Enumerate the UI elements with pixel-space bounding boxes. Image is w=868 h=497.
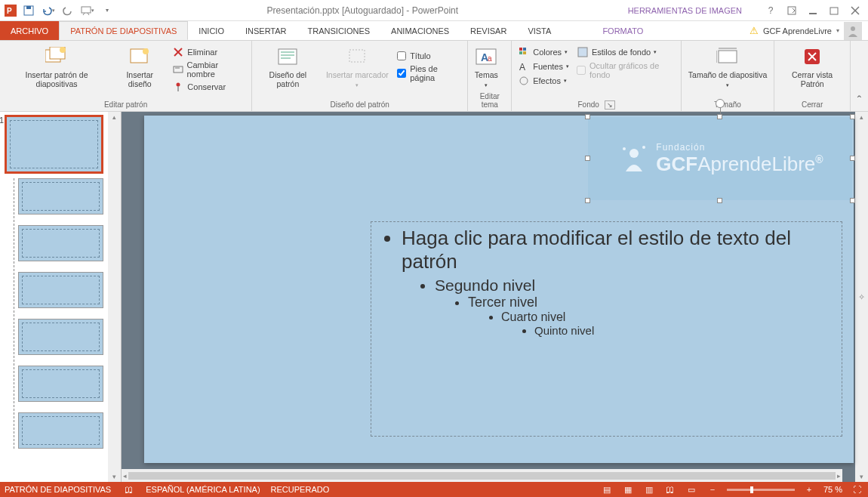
tab-patron-diapositivas[interactable]: PATRÓN DE DIAPOSITIVAS: [59, 21, 188, 40]
tab-animaciones[interactable]: ANIMACIONES: [380, 21, 460, 40]
zoom-level[interactable]: 75 %: [823, 485, 842, 494]
group-cerrar: Cerrar vista Patrón Cerrar: [774, 41, 851, 111]
svg-rect-34: [519, 51, 522, 54]
chevron-down-icon: ▾: [836, 27, 839, 34]
svg-text:a: a: [488, 54, 492, 63]
logo-graphic-icon: [617, 141, 651, 176]
slide-canvas[interactable]: Fundación GCFAprendeLibre® Haga clic par…: [144, 116, 854, 463]
cambiar-nombre-button[interactable]: Cambiar nombre: [169, 60, 248, 79]
vertical-scrollbar[interactable]: ▴✧▾: [855, 112, 868, 482]
slide-thumbnails-panel: 1 ▴▾: [0, 112, 122, 482]
workspace: 1 ▴▾: [0, 112, 868, 482]
close-button[interactable]: [845, 2, 865, 19]
sorter-view-icon[interactable]: ▥: [642, 485, 656, 495]
titulo-checkbox[interactable]: Título: [394, 50, 464, 62]
slide-master-icon: [45, 45, 69, 69]
fit-to-window-button[interactable]: ⛶: [850, 485, 863, 494]
tab-revisar[interactable]: REVISAR: [460, 21, 517, 40]
tamano-diapositiva-button[interactable]: Tamaño de diapositiva ▾: [685, 42, 771, 91]
maximize-button[interactable]: [824, 2, 844, 19]
insertar-patron-button[interactable]: Insertar patrón de diapositivas: [3, 42, 110, 91]
svg-point-22: [177, 83, 180, 87]
group-fondo: Colores ▾ AFuentes ▾ Efectos ▾ Estilos d…: [512, 41, 682, 111]
fuentes-button[interactable]: AFuentes ▾: [515, 60, 572, 73]
insertar-diseno-button[interactable]: Insertar diseño: [112, 42, 168, 91]
zoom-in-button[interactable]: +: [802, 485, 816, 494]
pies-checkbox[interactable]: Pies de página: [394, 63, 464, 84]
svg-rect-39: [719, 51, 737, 63]
spellcheck-icon[interactable]: 🕮: [122, 485, 135, 494]
svg-rect-38: [578, 48, 587, 57]
estilos-fondo-button[interactable]: Estilos de fondo ▾: [574, 45, 678, 59]
insertar-marcador-button[interactable]: Insertar marcador ▾: [322, 42, 393, 91]
language-label[interactable]: ESPAÑOL (AMÉRICA LATINA): [146, 485, 260, 494]
svg-text:A: A: [519, 62, 525, 72]
ocultar-graficos-checkbox[interactable]: Ocultar gráficos de fondo: [574, 60, 678, 81]
rotation-handle[interactable]: [716, 99, 725, 108]
group-diseno-patron: Diseño del patrón Insertar marcador ▾ Tí…: [252, 41, 468, 111]
normal-view-icon[interactable]: ▦: [621, 485, 635, 495]
zoom-slider[interactable]: [727, 489, 795, 491]
contextual-tab-label: HERRAMIENTAS DE IMAGEN: [609, 6, 761, 15]
svg-point-15: [60, 47, 66, 53]
slide-layout-icon: [128, 45, 152, 69]
svg-rect-32: [519, 48, 522, 51]
app-icon: P: [3, 3, 18, 18]
recovered-label[interactable]: RECUPERADO: [271, 485, 330, 494]
slideshow-view-icon[interactable]: ▭: [685, 485, 698, 495]
svg-text:P: P: [7, 7, 12, 15]
minimize-button[interactable]: [803, 2, 823, 19]
logo-text-main: GCFAprendeLibre®: [656, 153, 823, 176]
horizontal-scrollbar[interactable]: ◂▸: [122, 469, 842, 482]
eliminar-button[interactable]: Eliminar: [169, 45, 248, 59]
undo-button[interactable]: ▾: [39, 2, 57, 20]
ribbon-display-button[interactable]: [782, 2, 802, 19]
selected-image-object[interactable]: Fundación GCFAprendeLibre®: [588, 117, 852, 200]
diseno-patron-button[interactable]: Diseño del patrón: [255, 42, 320, 91]
qat-customize-button[interactable]: ▾: [98, 2, 116, 20]
save-button[interactable]: [20, 2, 38, 20]
collapse-ribbon-button[interactable]: ˆ: [851, 41, 868, 111]
redo-button[interactable]: [59, 2, 77, 20]
cerrar-vista-patron-button[interactable]: Cerrar vista Patrón: [777, 42, 847, 91]
conservar-button[interactable]: Conservar: [169, 80, 248, 94]
temas-button[interactable]: Aa Temas▾: [471, 42, 501, 91]
tab-formato[interactable]: FORMATO: [592, 21, 654, 40]
user-account[interactable]: ⚠ GCF AprendeLivre ▾: [749, 21, 868, 40]
layout-thumbnail[interactable]: [18, 178, 103, 215]
svg-point-17: [143, 48, 149, 54]
layout-thumbnail[interactable]: [18, 412, 103, 449]
layout-thumbnail[interactable]: [18, 366, 103, 402]
colores-button[interactable]: Colores ▾: [515, 45, 572, 59]
title-bar: P ▾ ▾ ▾ Presentación.pptx [Autoguardado]…: [0, 0, 868, 21]
layout-thumbnail[interactable]: [18, 225, 103, 261]
master-slide-thumbnail[interactable]: 1: [5, 115, 103, 174]
svg-point-47: [642, 146, 645, 149]
thumbnails-scrollbar[interactable]: ▴▾: [108, 112, 121, 482]
help-button[interactable]: ?: [761, 2, 780, 19]
comments-icon[interactable]: ▤: [600, 485, 614, 495]
ribbon-tabs: ARCHIVO PATRÓN DE DIAPOSITIVAS INICIO IN…: [0, 21, 868, 41]
zoom-out-button[interactable]: −: [706, 485, 719, 494]
tab-transiciones[interactable]: TRANSICIONES: [297, 21, 381, 40]
ribbon: Insertar patrón de diapositivas Insertar…: [0, 41, 868, 112]
svg-point-46: [623, 147, 626, 150]
group-editar-patron: Insertar patrón de diapositivas Insertar…: [0, 41, 252, 111]
placeholder-level-5: Quinto nivel: [534, 324, 828, 337]
start-slideshow-button[interactable]: ▾: [78, 2, 97, 20]
svg-rect-28: [349, 50, 365, 62]
tab-archivo[interactable]: ARCHIVO: [0, 21, 59, 40]
tab-vista[interactable]: VISTA: [517, 21, 562, 40]
placeholder-icon: [345, 45, 369, 69]
dialog-launcher-icon[interactable]: ↘: [605, 100, 615, 110]
svg-rect-9: [830, 8, 838, 14]
content-placeholder[interactable]: Haga clic para modificar el estilo de te…: [371, 221, 842, 437]
tab-inicio[interactable]: INICIO: [188, 21, 235, 40]
tab-insertar[interactable]: INSERTAR: [235, 21, 297, 40]
slide-canvas-area: Fundación GCFAprendeLibre® Haga clic par…: [122, 112, 868, 482]
efectos-button[interactable]: Efectos ▾: [515, 74, 572, 88]
layout-thumbnail[interactable]: [18, 319, 103, 355]
logo-text-top: Fundación: [656, 142, 823, 153]
reading-view-icon[interactable]: 🕮: [663, 485, 677, 494]
layout-thumbnail[interactable]: [18, 272, 103, 308]
